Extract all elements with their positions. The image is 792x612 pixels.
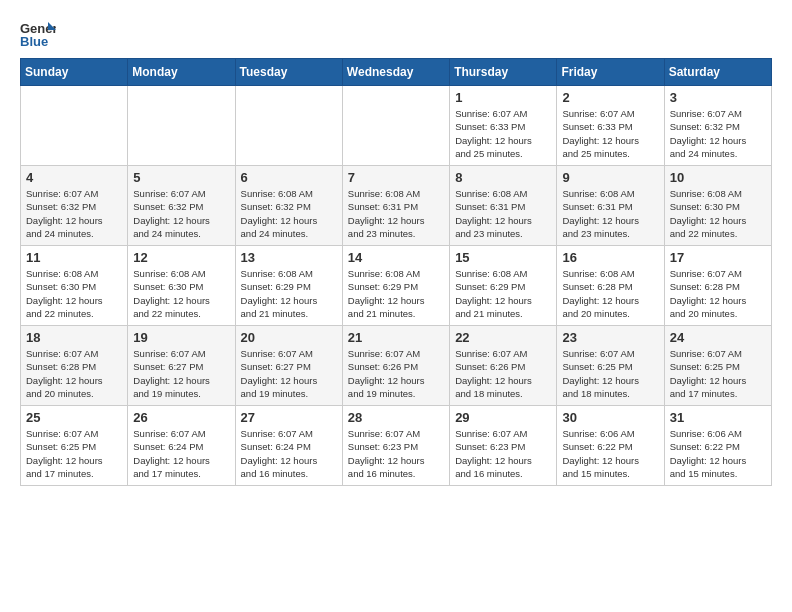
day-number: 22 (455, 330, 551, 345)
day-info: Sunrise: 6:08 AM Sunset: 6:29 PM Dayligh… (455, 267, 551, 320)
week-row-2: 4Sunrise: 6:07 AM Sunset: 6:32 PM Daylig… (21, 166, 772, 246)
day-number: 26 (133, 410, 229, 425)
week-row-5: 25Sunrise: 6:07 AM Sunset: 6:25 PM Dayli… (21, 406, 772, 486)
day-info: Sunrise: 6:08 AM Sunset: 6:29 PM Dayligh… (241, 267, 337, 320)
week-row-4: 18Sunrise: 6:07 AM Sunset: 6:28 PM Dayli… (21, 326, 772, 406)
calendar-body: 1Sunrise: 6:07 AM Sunset: 6:33 PM Daylig… (21, 86, 772, 486)
day-number: 28 (348, 410, 444, 425)
day-cell: 26Sunrise: 6:07 AM Sunset: 6:24 PM Dayli… (128, 406, 235, 486)
day-number: 23 (562, 330, 658, 345)
day-info: Sunrise: 6:07 AM Sunset: 6:28 PM Dayligh… (670, 267, 766, 320)
day-number: 21 (348, 330, 444, 345)
day-number: 13 (241, 250, 337, 265)
header-row: Sunday Monday Tuesday Wednesday Thursday… (21, 59, 772, 86)
day-number: 25 (26, 410, 122, 425)
day-number: 31 (670, 410, 766, 425)
week-row-3: 11Sunrise: 6:08 AM Sunset: 6:30 PM Dayli… (21, 246, 772, 326)
day-cell: 18Sunrise: 6:07 AM Sunset: 6:28 PM Dayli… (21, 326, 128, 406)
day-cell: 2Sunrise: 6:07 AM Sunset: 6:33 PM Daylig… (557, 86, 664, 166)
day-number: 17 (670, 250, 766, 265)
day-info: Sunrise: 6:08 AM Sunset: 6:31 PM Dayligh… (348, 187, 444, 240)
day-cell: 13Sunrise: 6:08 AM Sunset: 6:29 PM Dayli… (235, 246, 342, 326)
day-number: 1 (455, 90, 551, 105)
day-cell: 16Sunrise: 6:08 AM Sunset: 6:28 PM Dayli… (557, 246, 664, 326)
col-sunday: Sunday (21, 59, 128, 86)
day-info: Sunrise: 6:08 AM Sunset: 6:30 PM Dayligh… (670, 187, 766, 240)
day-number: 16 (562, 250, 658, 265)
day-cell: 11Sunrise: 6:08 AM Sunset: 6:30 PM Dayli… (21, 246, 128, 326)
day-number: 30 (562, 410, 658, 425)
day-info: Sunrise: 6:07 AM Sunset: 6:24 PM Dayligh… (133, 427, 229, 480)
day-cell: 3Sunrise: 6:07 AM Sunset: 6:32 PM Daylig… (664, 86, 771, 166)
day-cell (235, 86, 342, 166)
logo: General Blue (20, 20, 56, 48)
day-number: 20 (241, 330, 337, 345)
day-info: Sunrise: 6:08 AM Sunset: 6:29 PM Dayligh… (348, 267, 444, 320)
col-friday: Friday (557, 59, 664, 86)
day-cell: 1Sunrise: 6:07 AM Sunset: 6:33 PM Daylig… (450, 86, 557, 166)
page-header: General Blue (20, 20, 772, 48)
day-number: 5 (133, 170, 229, 185)
day-cell: 5Sunrise: 6:07 AM Sunset: 6:32 PM Daylig… (128, 166, 235, 246)
day-cell (128, 86, 235, 166)
day-number: 9 (562, 170, 658, 185)
day-cell: 10Sunrise: 6:08 AM Sunset: 6:30 PM Dayli… (664, 166, 771, 246)
calendar-table: Sunday Monday Tuesday Wednesday Thursday… (20, 58, 772, 486)
col-monday: Monday (128, 59, 235, 86)
day-info: Sunrise: 6:08 AM Sunset: 6:30 PM Dayligh… (133, 267, 229, 320)
day-cell: 25Sunrise: 6:07 AM Sunset: 6:25 PM Dayli… (21, 406, 128, 486)
day-cell: 22Sunrise: 6:07 AM Sunset: 6:26 PM Dayli… (450, 326, 557, 406)
day-number: 29 (455, 410, 551, 425)
day-cell (342, 86, 449, 166)
day-cell: 9Sunrise: 6:08 AM Sunset: 6:31 PM Daylig… (557, 166, 664, 246)
day-info: Sunrise: 6:07 AM Sunset: 6:32 PM Dayligh… (670, 107, 766, 160)
day-info: Sunrise: 6:08 AM Sunset: 6:30 PM Dayligh… (26, 267, 122, 320)
day-number: 2 (562, 90, 658, 105)
day-cell: 7Sunrise: 6:08 AM Sunset: 6:31 PM Daylig… (342, 166, 449, 246)
day-info: Sunrise: 6:06 AM Sunset: 6:22 PM Dayligh… (562, 427, 658, 480)
day-number: 14 (348, 250, 444, 265)
day-cell: 27Sunrise: 6:07 AM Sunset: 6:24 PM Dayli… (235, 406, 342, 486)
day-number: 18 (26, 330, 122, 345)
day-info: Sunrise: 6:07 AM Sunset: 6:33 PM Dayligh… (562, 107, 658, 160)
day-number: 11 (26, 250, 122, 265)
day-number: 27 (241, 410, 337, 425)
day-cell: 12Sunrise: 6:08 AM Sunset: 6:30 PM Dayli… (128, 246, 235, 326)
day-cell: 15Sunrise: 6:08 AM Sunset: 6:29 PM Dayli… (450, 246, 557, 326)
col-tuesday: Tuesday (235, 59, 342, 86)
day-cell: 23Sunrise: 6:07 AM Sunset: 6:25 PM Dayli… (557, 326, 664, 406)
day-cell: 29Sunrise: 6:07 AM Sunset: 6:23 PM Dayli… (450, 406, 557, 486)
day-number: 19 (133, 330, 229, 345)
svg-text:Blue: Blue (20, 34, 48, 48)
day-info: Sunrise: 6:08 AM Sunset: 6:31 PM Dayligh… (455, 187, 551, 240)
week-row-1: 1Sunrise: 6:07 AM Sunset: 6:33 PM Daylig… (21, 86, 772, 166)
day-info: Sunrise: 6:08 AM Sunset: 6:31 PM Dayligh… (562, 187, 658, 240)
day-number: 10 (670, 170, 766, 185)
day-number: 8 (455, 170, 551, 185)
day-cell (21, 86, 128, 166)
col-thursday: Thursday (450, 59, 557, 86)
day-info: Sunrise: 6:07 AM Sunset: 6:27 PM Dayligh… (241, 347, 337, 400)
day-cell: 30Sunrise: 6:06 AM Sunset: 6:22 PM Dayli… (557, 406, 664, 486)
day-cell: 19Sunrise: 6:07 AM Sunset: 6:27 PM Dayli… (128, 326, 235, 406)
col-wednesday: Wednesday (342, 59, 449, 86)
day-info: Sunrise: 6:08 AM Sunset: 6:28 PM Dayligh… (562, 267, 658, 320)
day-info: Sunrise: 6:07 AM Sunset: 6:32 PM Dayligh… (133, 187, 229, 240)
day-info: Sunrise: 6:06 AM Sunset: 6:22 PM Dayligh… (670, 427, 766, 480)
day-info: Sunrise: 6:07 AM Sunset: 6:25 PM Dayligh… (562, 347, 658, 400)
day-info: Sunrise: 6:07 AM Sunset: 6:33 PM Dayligh… (455, 107, 551, 160)
logo-icon: General Blue (20, 20, 56, 48)
day-info: Sunrise: 6:07 AM Sunset: 6:25 PM Dayligh… (670, 347, 766, 400)
col-saturday: Saturday (664, 59, 771, 86)
day-info: Sunrise: 6:08 AM Sunset: 6:32 PM Dayligh… (241, 187, 337, 240)
day-number: 24 (670, 330, 766, 345)
day-cell: 28Sunrise: 6:07 AM Sunset: 6:23 PM Dayli… (342, 406, 449, 486)
day-info: Sunrise: 6:07 AM Sunset: 6:25 PM Dayligh… (26, 427, 122, 480)
day-info: Sunrise: 6:07 AM Sunset: 6:28 PM Dayligh… (26, 347, 122, 400)
day-cell: 6Sunrise: 6:08 AM Sunset: 6:32 PM Daylig… (235, 166, 342, 246)
day-number: 4 (26, 170, 122, 185)
day-cell: 4Sunrise: 6:07 AM Sunset: 6:32 PM Daylig… (21, 166, 128, 246)
day-number: 15 (455, 250, 551, 265)
day-cell: 20Sunrise: 6:07 AM Sunset: 6:27 PM Dayli… (235, 326, 342, 406)
day-info: Sunrise: 6:07 AM Sunset: 6:24 PM Dayligh… (241, 427, 337, 480)
